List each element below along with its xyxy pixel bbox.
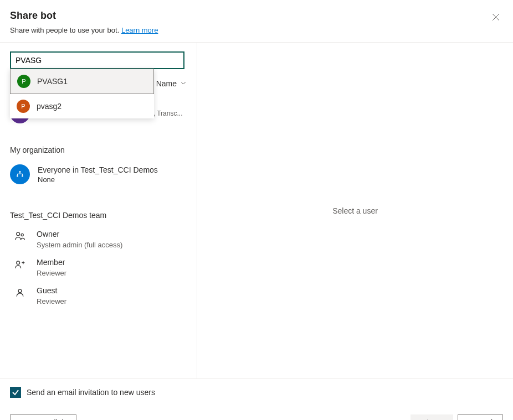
team-role-row[interactable]: Guest Reviewer — [0, 282, 197, 310]
svg-point-12 — [18, 289, 22, 293]
team-role-sub: Reviewer — [37, 297, 187, 305]
team-role-row[interactable]: Owner System admin (full access) — [0, 225, 197, 253]
team-role-name: Member — [37, 258, 187, 267]
search-input[interactable] — [10, 51, 184, 69]
owner-icon — [14, 231, 25, 242]
cancel-button[interactable]: Cancel — [458, 414, 503, 420]
email-invite-label: Send an email invitation to new users — [27, 388, 155, 397]
team-role-name: Owner — [37, 230, 187, 238]
chevron-down-icon — [180, 79, 187, 88]
team-section-title: Test_Test_CCI Demos team — [0, 189, 197, 225]
member-icon — [14, 259, 25, 270]
svg-point-11 — [17, 261, 20, 265]
page-title: Share bot — [10, 10, 503, 22]
team-role-name: Guest — [37, 286, 187, 295]
search-dropdown: P PVASG1 P pvasg2 — [10, 69, 154, 118]
copy-link-button[interactable]: Copy link — [10, 414, 76, 420]
team-role-row[interactable]: Member Reviewer — [0, 253, 197, 282]
learn-more-link[interactable]: Learn more — [121, 26, 158, 34]
close-icon — [492, 13, 500, 21]
org-everyone-row[interactable]: Everyone in Test_Test_CCI Demos None — [0, 160, 197, 189]
svg-point-3 — [17, 175, 18, 177]
svg-point-2 — [19, 171, 21, 173]
email-invite-checkbox[interactable] — [10, 387, 21, 398]
subtitle-text: Share with people to use your bot. — [10, 26, 121, 34]
dropdown-item-label: pvasg2 — [37, 102, 61, 111]
right-panel: Select a user — [197, 43, 513, 378]
left-panel: P PVASG1 P pvasg2 Name Owner, Manager, P… — [0, 43, 197, 378]
org-section-title: My organization — [0, 128, 197, 160]
avatar: P — [17, 100, 30, 113]
svg-point-4 — [22, 175, 23, 177]
check-icon — [12, 388, 19, 396]
org-icon — [10, 164, 30, 184]
page-subtitle: Share with people to use your bot. Learn… — [10, 26, 503, 34]
team-role-sub: Reviewer — [37, 269, 187, 277]
avatar: P — [17, 75, 30, 88]
close-button[interactable] — [490, 11, 502, 25]
team-role-sub: System admin (full access) — [37, 241, 187, 249]
share-button: Share — [411, 414, 453, 420]
org-permission: None — [38, 175, 187, 184]
org-everyone-label: Everyone in Test_Test_CCI Demos — [38, 165, 187, 174]
dropdown-item[interactable]: P pvasg2 — [10, 94, 154, 118]
dropdown-item[interactable]: P PVASG1 — [10, 69, 154, 94]
svg-point-10 — [21, 234, 23, 236]
select-user-placeholder: Select a user — [332, 206, 378, 215]
svg-point-9 — [17, 232, 20, 236]
sort-label: Name — [156, 79, 177, 88]
guest-icon — [14, 287, 25, 298]
dropdown-item-label: PVASG1 — [37, 77, 68, 86]
